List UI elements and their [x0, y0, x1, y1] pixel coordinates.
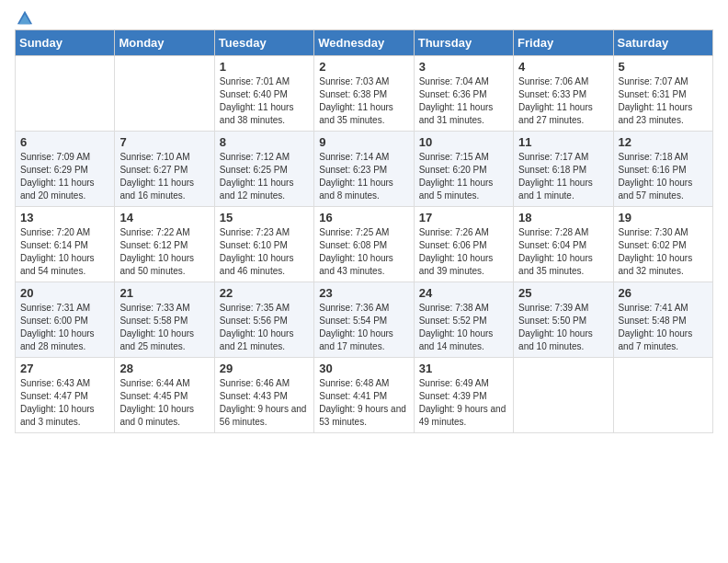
- calendar-cell: [613, 358, 712, 433]
- day-number: 5: [619, 60, 708, 74]
- day-info: Sunrise: 6:43 AM Sunset: 4:47 PM Dayligh…: [20, 377, 109, 429]
- calendar-cell: 31Sunrise: 6:49 AM Sunset: 4:39 PM Dayli…: [414, 358, 513, 433]
- day-of-week-header: Wednesday: [314, 30, 414, 56]
- calendar-week-row: 20Sunrise: 7:31 AM Sunset: 6:00 PM Dayli…: [16, 282, 713, 358]
- day-info: Sunrise: 7:01 AM Sunset: 6:40 PM Dayligh…: [220, 75, 309, 127]
- day-info: Sunrise: 7:31 AM Sunset: 6:00 PM Dayligh…: [20, 302, 109, 353]
- day-of-week-header: Sunday: [16, 30, 115, 56]
- calendar-cell: 7Sunrise: 7:10 AM Sunset: 6:27 PM Daylig…: [115, 132, 214, 207]
- day-info: Sunrise: 6:49 AM Sunset: 4:39 PM Dayligh…: [419, 377, 508, 429]
- calendar-cell: 8Sunrise: 7:12 AM Sunset: 6:25 PM Daylig…: [214, 132, 313, 207]
- day-info: Sunrise: 7:28 AM Sunset: 6:04 PM Dayligh…: [518, 226, 608, 278]
- day-number: 13: [20, 211, 109, 224]
- day-number: 4: [518, 60, 608, 74]
- calendar-header-row: SundayMondayTuesdayWednesdayThursdayFrid…: [16, 30, 713, 56]
- day-number: 1: [220, 60, 309, 74]
- day-info: Sunrise: 7:26 AM Sunset: 6:06 PM Dayligh…: [419, 226, 508, 278]
- logo: [15, 9, 33, 22]
- day-info: Sunrise: 6:44 AM Sunset: 4:45 PM Dayligh…: [119, 377, 209, 429]
- day-number: 17: [419, 211, 508, 224]
- day-number: 10: [419, 135, 508, 149]
- day-info: Sunrise: 7:04 AM Sunset: 6:36 PM Dayligh…: [419, 75, 508, 127]
- calendar-cell: 12Sunrise: 7:18 AM Sunset: 6:16 PM Dayli…: [613, 132, 712, 207]
- calendar-cell: 27Sunrise: 6:43 AM Sunset: 4:47 PM Dayli…: [16, 358, 115, 433]
- day-number: 8: [220, 135, 309, 149]
- calendar-cell: 24Sunrise: 7:38 AM Sunset: 5:52 PM Dayli…: [414, 282, 513, 358]
- day-of-week-header: Friday: [514, 30, 613, 56]
- calendar-cell: 16Sunrise: 7:25 AM Sunset: 6:08 PM Dayli…: [314, 207, 414, 282]
- day-number: 23: [319, 286, 408, 300]
- calendar-table: SundayMondayTuesdayWednesdayThursdayFrid…: [15, 29, 713, 433]
- calendar-cell: 25Sunrise: 7:39 AM Sunset: 5:50 PM Dayli…: [514, 282, 613, 358]
- calendar-cell: 1Sunrise: 7:01 AM Sunset: 6:40 PM Daylig…: [214, 56, 313, 132]
- day-number: 26: [619, 286, 708, 300]
- day-number: 16: [319, 211, 408, 224]
- calendar-cell: 20Sunrise: 7:31 AM Sunset: 6:00 PM Dayli…: [16, 282, 115, 358]
- day-info: Sunrise: 7:15 AM Sunset: 6:20 PM Dayligh…: [419, 151, 508, 202]
- day-number: 7: [119, 135, 209, 149]
- calendar-cell: 29Sunrise: 6:46 AM Sunset: 4:43 PM Dayli…: [214, 358, 313, 433]
- calendar-week-row: 27Sunrise: 6:43 AM Sunset: 4:47 PM Dayli…: [16, 358, 713, 433]
- calendar-cell: 6Sunrise: 7:09 AM Sunset: 6:29 PM Daylig…: [16, 132, 115, 207]
- day-of-week-header: Monday: [115, 30, 214, 56]
- day-number: 24: [419, 286, 508, 300]
- day-info: Sunrise: 6:48 AM Sunset: 4:41 PM Dayligh…: [319, 377, 408, 429]
- calendar-cell: 11Sunrise: 7:17 AM Sunset: 6:18 PM Dayli…: [514, 132, 613, 207]
- day-info: Sunrise: 7:17 AM Sunset: 6:18 PM Dayligh…: [518, 151, 608, 202]
- calendar-cell: 15Sunrise: 7:23 AM Sunset: 6:10 PM Dayli…: [214, 207, 313, 282]
- day-number: 28: [119, 362, 209, 375]
- day-info: Sunrise: 7:38 AM Sunset: 5:52 PM Dayligh…: [419, 302, 508, 353]
- day-number: 15: [220, 211, 309, 224]
- day-info: Sunrise: 7:25 AM Sunset: 6:08 PM Dayligh…: [319, 226, 408, 278]
- day-info: Sunrise: 7:20 AM Sunset: 6:14 PM Dayligh…: [20, 226, 109, 278]
- calendar-cell: 21Sunrise: 7:33 AM Sunset: 5:58 PM Dayli…: [115, 282, 214, 358]
- day-number: 12: [619, 135, 708, 149]
- calendar-cell: [115, 56, 214, 132]
- day-info: Sunrise: 7:06 AM Sunset: 6:33 PM Dayligh…: [518, 75, 608, 127]
- calendar-cell: 19Sunrise: 7:30 AM Sunset: 6:02 PM Dayli…: [613, 207, 712, 282]
- day-info: Sunrise: 7:12 AM Sunset: 6:25 PM Dayligh…: [220, 151, 309, 202]
- day-number: 20: [20, 286, 109, 300]
- day-info: Sunrise: 7:03 AM Sunset: 6:38 PM Dayligh…: [319, 75, 408, 127]
- day-number: 25: [518, 286, 608, 300]
- calendar-week-row: 1Sunrise: 7:01 AM Sunset: 6:40 PM Daylig…: [16, 56, 713, 132]
- day-info: Sunrise: 7:36 AM Sunset: 5:54 PM Dayligh…: [319, 302, 408, 353]
- calendar-cell: [16, 56, 115, 132]
- calendar-cell: 17Sunrise: 7:26 AM Sunset: 6:06 PM Dayli…: [414, 207, 513, 282]
- calendar-cell: 13Sunrise: 7:20 AM Sunset: 6:14 PM Dayli…: [16, 207, 115, 282]
- calendar-cell: 28Sunrise: 6:44 AM Sunset: 4:45 PM Dayli…: [115, 358, 214, 433]
- day-info: Sunrise: 7:07 AM Sunset: 6:31 PM Dayligh…: [619, 75, 708, 127]
- page: SundayMondayTuesdayWednesdayThursdayFrid…: [0, 0, 728, 442]
- day-info: Sunrise: 7:14 AM Sunset: 6:23 PM Dayligh…: [319, 151, 408, 202]
- calendar-cell: 4Sunrise: 7:06 AM Sunset: 6:33 PM Daylig…: [514, 56, 613, 132]
- calendar-cell: 30Sunrise: 6:48 AM Sunset: 4:41 PM Dayli…: [314, 358, 414, 433]
- day-number: 18: [518, 211, 608, 224]
- calendar-cell: [514, 358, 613, 433]
- day-number: 6: [20, 135, 109, 149]
- day-info: Sunrise: 7:35 AM Sunset: 5:56 PM Dayligh…: [220, 302, 309, 353]
- day-number: 2: [319, 60, 408, 74]
- day-number: 31: [419, 362, 508, 375]
- calendar-cell: 22Sunrise: 7:35 AM Sunset: 5:56 PM Dayli…: [214, 282, 313, 358]
- calendar-cell: 26Sunrise: 7:41 AM Sunset: 5:48 PM Dayli…: [613, 282, 712, 358]
- day-number: 30: [319, 362, 408, 375]
- day-number: 9: [319, 135, 408, 149]
- calendar-cell: 23Sunrise: 7:36 AM Sunset: 5:54 PM Dayli…: [314, 282, 414, 358]
- calendar-cell: 14Sunrise: 7:22 AM Sunset: 6:12 PM Dayli…: [115, 207, 214, 282]
- day-number: 21: [119, 286, 209, 300]
- day-info: Sunrise: 7:33 AM Sunset: 5:58 PM Dayligh…: [119, 302, 209, 353]
- calendar-week-row: 13Sunrise: 7:20 AM Sunset: 6:14 PM Dayli…: [16, 207, 713, 282]
- day-number: 3: [419, 60, 508, 74]
- calendar-cell: 3Sunrise: 7:04 AM Sunset: 6:36 PM Daylig…: [414, 56, 513, 132]
- day-of-week-header: Thursday: [414, 30, 513, 56]
- calendar-cell: 9Sunrise: 7:14 AM Sunset: 6:23 PM Daylig…: [314, 132, 414, 207]
- day-info: Sunrise: 7:30 AM Sunset: 6:02 PM Dayligh…: [619, 226, 708, 278]
- day-of-week-header: Tuesday: [214, 30, 313, 56]
- day-info: Sunrise: 7:10 AM Sunset: 6:27 PM Dayligh…: [119, 151, 209, 202]
- day-number: 27: [20, 362, 109, 375]
- day-number: 14: [119, 211, 209, 224]
- day-info: Sunrise: 7:39 AM Sunset: 5:50 PM Dayligh…: [518, 302, 608, 353]
- calendar-cell: 2Sunrise: 7:03 AM Sunset: 6:38 PM Daylig…: [314, 56, 414, 132]
- day-number: 22: [220, 286, 309, 300]
- day-info: Sunrise: 7:22 AM Sunset: 6:12 PM Dayligh…: [119, 226, 209, 278]
